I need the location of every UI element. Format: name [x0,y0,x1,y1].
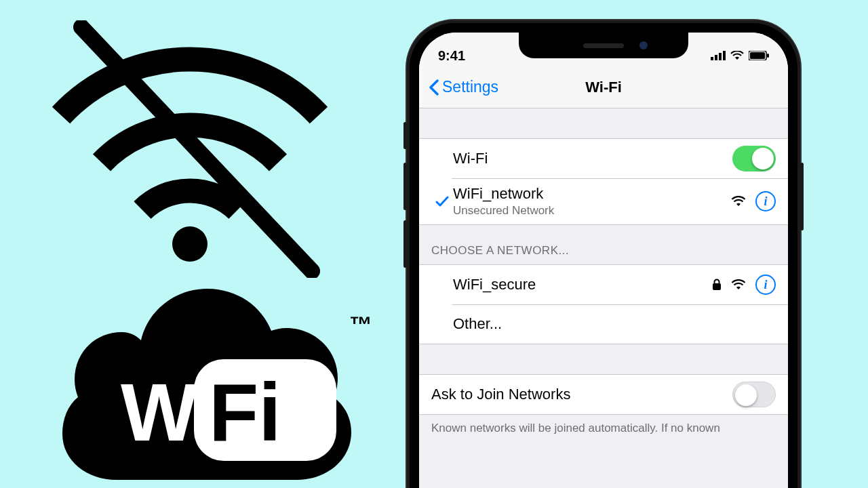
phone-volume-up [403,163,407,210]
checkmark-icon [431,194,453,209]
connected-network-row[interactable]: WiFi_network Unsecured Network i [419,178,788,224]
status-time: 9:41 [438,48,465,64]
other-label: Other... [453,315,776,333]
svg-rect-6 [715,55,717,60]
lock-icon [712,279,722,291]
connected-network-name: WiFi_network [453,185,731,203]
svg-rect-7 [719,53,722,60]
phone-notch [519,33,688,58]
ask-join-group: Ask to Join Networks [419,374,788,415]
back-label: Settings [442,78,498,96]
ask-join-row[interactable]: Ask to Join Networks [419,375,788,414]
phone-mute-switch [403,122,407,149]
info-button[interactable]: i [755,191,776,211]
svg-rect-12 [713,283,721,290]
svg-point-0 [172,226,208,262]
phone-power-button [800,163,804,230]
battery-icon [749,48,769,64]
settings-content: Wi-Fi WiFi_network [419,108,788,442]
wifi-disabled-icon [34,20,346,278]
network-row[interactable]: WiFi_secure [419,265,788,304]
network-name: WiFi_secure [453,276,712,293]
wifi-toggle-row[interactable]: Wi-Fi [419,139,788,178]
chevron-left-icon [429,79,439,96]
svg-rect-10 [750,52,765,59]
wifi-signal-icon [731,196,746,207]
cellular-signal-icon [711,48,726,64]
wifi-logo-icon: Wi Fi [61,285,353,481]
trademark-label: ™ [349,312,372,338]
svg-text:Fi: Fi [209,367,281,458]
phone-screen: 9:41 [419,33,788,488]
phone-frame: 9:41 [407,20,800,488]
connected-network-subtitle: Unsecured Network [453,204,731,218]
svg-text:Wi: Wi [121,367,220,458]
svg-rect-5 [711,57,713,60]
ask-join-toggle[interactable] [732,382,776,407]
nav-bar: Settings Wi-Fi [419,66,788,108]
wifi-toggle[interactable] [732,146,776,171]
ask-join-footer: Known networks will be joined automatica… [419,415,788,442]
wifi-signal-icon [731,279,746,290]
other-network-row[interactable]: Other... [419,304,788,344]
ask-join-label: Ask to Join Networks [431,386,732,403]
networks-group: WiFi_secure [419,264,788,344]
wifi-status-icon [730,48,744,64]
wifi-toggle-label: Wi-Fi [453,150,732,167]
choose-network-header: CHOOSE A NETWORK... [419,225,788,264]
phone-volume-down [403,220,407,268]
info-button[interactable]: i [755,274,776,295]
svg-rect-11 [767,54,769,58]
thumbnail-art: Wi Fi ™ [27,14,380,474]
svg-rect-8 [723,51,726,60]
back-button[interactable]: Settings [429,78,498,96]
wifi-main-group: Wi-Fi WiFi_network [419,138,788,225]
